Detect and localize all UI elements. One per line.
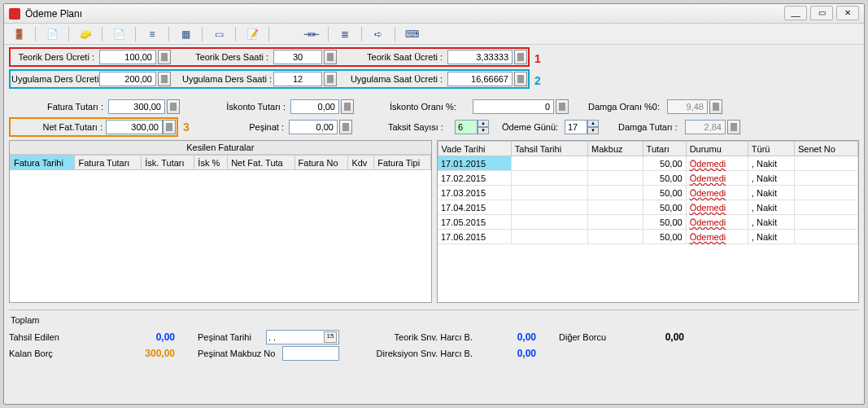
calc-button[interactable] — [514, 72, 527, 86]
toolbar-btn-5[interactable]: ≡ — [141, 26, 164, 42]
teorik-ucret-input[interactable] — [99, 50, 156, 64]
teorik-saat-ucret-input[interactable] — [447, 50, 513, 64]
invoices-pane: Kesilen Faturalar Fatura TarihiFatura Tu… — [9, 140, 432, 303]
toolbar-sep — [328, 27, 329, 42]
pesinat-tarihi-input[interactable]: . . 15 — [266, 330, 339, 344]
keyboard-icon: ⌨ — [405, 29, 419, 40]
net-fat-input[interactable] — [106, 120, 163, 134]
window-minimize-button[interactable]: __ — [784, 6, 807, 20]
col-header[interactable]: Durumu — [686, 142, 748, 156]
toolbar-btn-6[interactable]: ▦ — [174, 26, 197, 42]
toolbar-btn-1[interactable]: 🚪 — [7, 26, 30, 42]
fatura-tutari-label: Fatura Tutarı : — [9, 102, 107, 112]
calc-button[interactable] — [727, 120, 740, 134]
calc-button[interactable] — [709, 99, 722, 114]
table-row[interactable]: 17.05.201550,00Ödemedi, Nakit — [438, 215, 858, 230]
table-row[interactable]: 17.01.201550,00Ödemedi, Nakit — [438, 156, 858, 171]
spin-down-button[interactable]: ▼ — [478, 127, 489, 134]
eraser-icon: 🧽 — [80, 29, 92, 40]
installments-grid[interactable]: Vade TarihiTahsil TarihiMakbuzTutarıDuru… — [438, 141, 859, 244]
pesinat-input[interactable] — [289, 120, 338, 134]
col-header[interactable]: Fatura Tipi — [374, 156, 430, 170]
calc-button[interactable] — [339, 120, 352, 134]
toolbar-btn-10[interactable]: ≣ — [334, 26, 356, 42]
toolbar-btn-3[interactable]: 🧽 — [74, 26, 97, 42]
calc-button[interactable] — [163, 120, 176, 134]
col-header[interactable]: Makbuz — [588, 142, 643, 156]
toolbar-btn-9[interactable]: ⇥⇤ — [300, 26, 323, 42]
direksiyon-harc-label: Direksiyon Snv. Harcı B. — [370, 349, 476, 358]
window-maximize-button[interactable]: ▭ — [810, 6, 833, 20]
invoices-grid[interactable]: Fatura TarihiFatura Tutarıİsk. Tutarıİsk… — [10, 155, 431, 301]
tahsil-label: Tahsil Edilen — [9, 332, 74, 342]
iskonto-orani-label: İskonto Oranı %: — [390, 102, 471, 112]
toolbar-btn-2[interactable]: 📄 — [41, 26, 63, 42]
iskonto-orani-input[interactable] — [473, 99, 554, 114]
table-row[interactable]: 17.02.201550,00Ödemedi, Nakit — [438, 171, 858, 186]
teorik-harc-label: Teorik Snv. Harcı B. — [370, 332, 476, 342]
col-header[interactable]: Fatura Tarihi — [11, 156, 75, 170]
export-icon: ➪ — [374, 29, 382, 40]
spin-up-button[interactable]: ▲ — [478, 120, 489, 127]
fatura-tutari-input[interactable] — [108, 99, 165, 114]
net-fat-label: Net Fat.Tutarı : — [11, 122, 106, 132]
calc-button[interactable] — [167, 99, 180, 114]
damga-tutari-input — [685, 120, 726, 134]
toolbar-btn-7[interactable]: ▭ — [207, 26, 230, 42]
uygulama-saat-ucret-input[interactable] — [447, 72, 513, 86]
col-header[interactable]: İsk % — [194, 156, 228, 170]
spin-up-button[interactable]: ▲ — [587, 120, 599, 127]
taksit-sayisi-input[interactable] — [455, 120, 478, 134]
col-header[interactable]: Fatura Tutarı — [75, 156, 142, 170]
col-header[interactable]: Tutarı — [643, 142, 686, 156]
teorik-saati-input[interactable] — [273, 50, 322, 64]
uygulama-saat-ucret-label: Uygulama Saat Ücreti : — [348, 74, 446, 84]
toolbar-btn-12[interactable]: ⌨ — [400, 26, 423, 42]
payment-plan-window: Ödeme Planı __ ▭ ✕ 🚪 📄 🧽 📄 ≡ ▦ ▭ 📝 ⇥⇤ ≣ … — [3, 3, 865, 405]
uygulama-ucret-input[interactable] — [99, 72, 156, 86]
col-header[interactable]: Fatura No — [294, 156, 348, 170]
odeme-gunu-label: Ödeme Günü: — [502, 122, 563, 132]
col-header[interactable]: Türü — [748, 142, 794, 156]
toolbar-btn-8[interactable]: 📝 — [241, 26, 264, 42]
calendar-icon[interactable]: 15 — [324, 331, 337, 343]
odeme-gunu-spinner[interactable]: ▲▼ — [565, 120, 599, 134]
marker-2: 2 — [531, 74, 544, 87]
toolbar-sep — [35, 27, 36, 42]
calc-button[interactable] — [324, 50, 337, 64]
diger-value: 0,00 — [619, 331, 684, 343]
damga-tutari-label: Damga Tutarı : — [618, 122, 683, 132]
collapse-icon: ⇥⇤ — [303, 29, 320, 40]
table-row[interactable]: 17.03.201550,00Ödemedi, Nakit — [438, 186, 858, 200]
calc-button[interactable] — [514, 50, 527, 64]
damga-orani-input — [667, 99, 708, 114]
calc-button[interactable] — [556, 99, 569, 114]
pesinat-tarihi-label: Peşinat Tarihi — [198, 332, 263, 342]
table-row[interactable]: 17.04.201550,00Ödemedi, Nakit — [438, 200, 858, 215]
table-row[interactable]: 17.06.201550,00Ödemedi, Nakit — [438, 230, 858, 244]
col-header[interactable]: İsk. Tutarı — [142, 156, 194, 170]
spin-down-button[interactable]: ▼ — [587, 127, 599, 134]
col-header[interactable]: Kdv — [348, 156, 374, 170]
toolbar-btn-11[interactable]: ➪ — [367, 26, 390, 42]
makbuz-input[interactable] — [282, 346, 339, 361]
calc-button[interactable] — [158, 72, 171, 86]
direksiyon-harc-value: 0,00 — [479, 348, 536, 359]
toolbar-sep — [361, 27, 362, 42]
toolbar-btn-4[interactable]: 📄 — [107, 26, 130, 42]
calc-button[interactable] — [324, 72, 337, 86]
col-header[interactable]: Senet No — [794, 142, 857, 156]
page-warn-icon: 📄 — [113, 29, 125, 40]
odeme-gunu-input[interactable] — [565, 120, 587, 134]
col-header[interactable]: Tahsil Tarihi — [511, 142, 587, 156]
col-header[interactable]: Net Fat. Tuta — [228, 156, 294, 170]
calc-button[interactable] — [341, 99, 354, 114]
iskonto-tutari-input[interactable] — [290, 99, 339, 114]
taksit-sayisi-spinner[interactable]: ▲▼ — [455, 120, 489, 134]
taksit-sayisi-label: Taksit Sayısı : — [388, 122, 453, 132]
window-close-button[interactable]: ✕ — [836, 6, 859, 20]
toolbar-sep — [102, 27, 103, 42]
calc-button[interactable] — [158, 50, 171, 64]
col-header[interactable]: Vade Tarihi — [438, 142, 511, 156]
uygulama-saati-input[interactable] — [273, 72, 322, 86]
